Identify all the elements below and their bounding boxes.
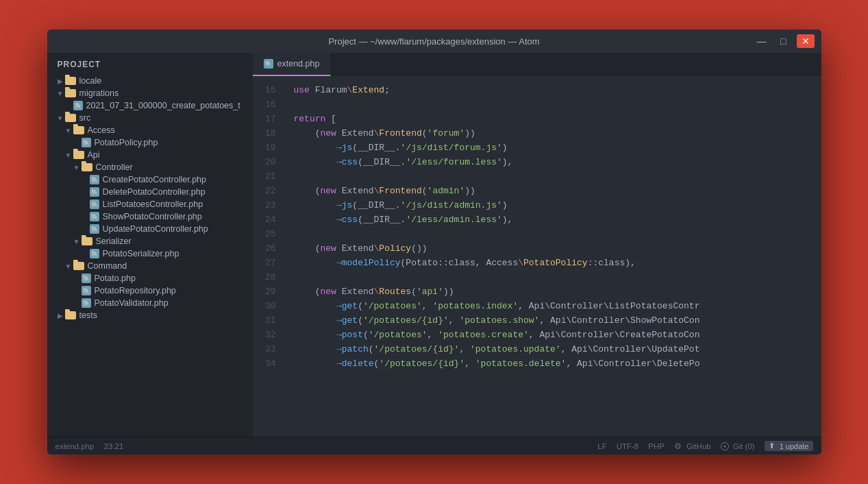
php-icon: 🐘 (82, 274, 91, 283)
folder-icon (65, 89, 76, 97)
line-number-34: 34 (253, 356, 276, 371)
tree-item-locale[interactable]: ▶locale (47, 75, 253, 87)
code-line-34: →delete('/potatoes/{id}', 'potatoes.dele… (294, 356, 821, 371)
php-icon: 🐘 (90, 212, 99, 221)
tree-item-potato_policy[interactable]: 🐘PotatoPolicy.php (47, 136, 253, 149)
arrow-icon: ▼ (55, 90, 65, 97)
tree-item-access[interactable]: ▼Access (47, 124, 253, 136)
status-language[interactable]: PHP (648, 442, 665, 450)
status-line-ending[interactable]: LF (597, 442, 606, 450)
tree-item-potato[interactable]: 🐘Potato.php (47, 272, 253, 285)
tree-item-show_potato[interactable]: 🐘ShowPotatoController.php (47, 210, 253, 223)
code-line-33: →patch('/potatoes/{id}', 'potatoes.updat… (294, 342, 821, 356)
code-line-18: (new Extend\Frontend('forum')) (294, 126, 821, 141)
folder-icon (65, 114, 76, 122)
sidebar: Project ▶locale▼migrations🐘2021_07_31_00… (47, 53, 253, 437)
git-icon (721, 442, 729, 450)
folder-icon (65, 77, 76, 85)
code-line-26: (new Extend\Policy()) (294, 241, 821, 256)
folder-icon (65, 311, 76, 319)
status-file: extend.php (55, 442, 95, 450)
tree-label: Access (88, 125, 115, 135)
tree-item-potato_serializer[interactable]: 🐘PotatoSerializer.php (47, 247, 253, 260)
tree-item-list_potatoes[interactable]: 🐘ListPotatoesController.php (47, 198, 253, 210)
tree-item-update_potato[interactable]: 🐘UpdatePotatoController.php (47, 223, 253, 235)
tree-item-command[interactable]: ▼Command (47, 260, 253, 272)
code-line-27: →modelPolicy(Potato::class, Access\Potat… (294, 256, 821, 270)
folder-icon (73, 262, 84, 270)
main-area: Project ▶locale▼migrations🐘2021_07_31_00… (47, 53, 821, 437)
folder-icon (73, 151, 84, 159)
php-icon: 🐘 (90, 175, 99, 184)
status-git[interactable]: Git (0) (721, 442, 755, 450)
tree-item-delete_potato[interactable]: 🐘DeletePotatoController.php (47, 186, 253, 198)
code-line-19: →js(__DIR__.'/js/dist/forum.js') (294, 141, 821, 155)
code-editor[interactable]: use Flarum\Extend; return [ (new Extend\… (287, 76, 821, 437)
tree-item-potato_validator[interactable]: 🐘PotatoValidator.php (47, 297, 253, 309)
line-number-24: 24 (253, 213, 276, 227)
sidebar-header: Project (47, 53, 253, 75)
code-line-28 (294, 270, 821, 285)
line-number-27: 27 (253, 256, 276, 270)
tree-label: tests (79, 311, 97, 320)
arrow-icon: ▶ (55, 312, 65, 319)
tree-label: migrations (79, 88, 119, 98)
tree-label: UpdatePotatoController.php (103, 224, 208, 234)
line-number-21: 21 (253, 169, 276, 184)
code-line-21 (294, 169, 821, 184)
php-icon: 🐘 (82, 138, 91, 147)
line-number-26: 26 (253, 241, 276, 256)
tab-extend-php[interactable]: 🐘 extend.php (253, 53, 332, 76)
code-line-15: use Flarum\Extend; (294, 83, 821, 97)
line-number-17: 17 (253, 112, 276, 126)
tree-item-serializer[interactable]: ▼Serializer (47, 235, 253, 247)
code-line-30: →get('/potatoes', 'potatoes.index', Api\… (294, 299, 821, 313)
code-line-17: return [ (294, 112, 821, 126)
line-number-28: 28 (253, 270, 276, 285)
line-number-30: 30 (253, 299, 276, 313)
maximize-button[interactable]: □ (775, 34, 793, 48)
php-icon: 🐘 (90, 249, 99, 258)
tree-label: Controller (96, 162, 133, 172)
tree-item-tests[interactable]: ▶tests (47, 309, 253, 322)
close-button[interactable]: ✕ (797, 34, 815, 48)
tree-item-src[interactable]: ▼src (47, 112, 253, 124)
file-tree[interactable]: ▶locale▼migrations🐘2021_07_31_000000_cre… (47, 75, 253, 437)
editor-area: 🐘 extend.php 151617181920212223242526272… (253, 53, 821, 437)
code-line-22: (new Extend\Frontend('admin')) (294, 184, 821, 198)
tree-label: PotatoRepository.php (95, 286, 176, 295)
tree-item-create_potato[interactable]: 🐘CreatePotatoController.php (47, 173, 253, 186)
folder-icon (82, 163, 92, 171)
tree-item-potato_repo[interactable]: 🐘PotatoRepository.php (47, 285, 253, 297)
arrow-icon: ▼ (72, 238, 82, 245)
code-line-20: →css(__DIR__.'/less/forum.less'), (294, 155, 821, 169)
tree-item-controller[interactable]: ▼Controller (47, 161, 253, 173)
code-line-32: →post('/potatoes', 'potatoes.create', Ap… (294, 328, 821, 342)
window-title: Project — ~/www/flarum/packages/extensio… (328, 36, 539, 47)
code-line-31: →get('/potatoes/{id}', 'potatoes.show', … (294, 313, 821, 328)
status-encoding[interactable]: UTF-8 (617, 442, 639, 450)
tree-item-migrations[interactable]: ▼migrations (47, 87, 253, 99)
php-icon: 🐘 (82, 298, 91, 308)
main-window: Project — ~/www/flarum/packages/extensio… (47, 29, 821, 455)
minimize-button[interactable]: — (753, 34, 771, 48)
arrow-icon: ▼ (64, 263, 73, 270)
tree-item-migrations_file[interactable]: 🐘2021_07_31_000000_create_potatoes_t (47, 99, 253, 112)
status-update[interactable]: ⬆ 1 update (765, 441, 813, 451)
tree-label: CreatePotatoController.php (103, 175, 206, 184)
arrow-icon: ▼ (64, 127, 73, 134)
tab-bar: 🐘 extend.php (253, 53, 821, 76)
tree-item-api[interactable]: ▼Api (47, 149, 253, 161)
line-number-29: 29 (253, 285, 276, 299)
tree-label: ListPotatoesController.php (103, 199, 203, 209)
tree-label: PotatoSerializer.php (103, 249, 179, 258)
code-line-29: (new Extend\Routes('api')) (294, 285, 821, 299)
line-number-22: 22 (253, 184, 276, 198)
tree-label: Serializer (96, 237, 132, 246)
line-number-33: 33 (253, 342, 276, 356)
status-cursor-pos: 23:21 (103, 442, 123, 450)
line-number-18: 18 (253, 126, 276, 141)
tree-label: ShowPotatoController.php (103, 212, 202, 221)
code-line-25 (294, 227, 821, 241)
status-github[interactable]: ⚙ GitHub (674, 441, 711, 451)
